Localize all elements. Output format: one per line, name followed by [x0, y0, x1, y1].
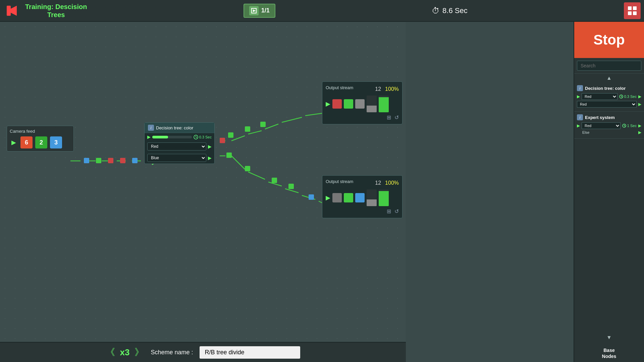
- svg-line-17: [265, 124, 278, 129]
- svg-rect-4: [628, 6, 632, 10]
- panel-item-2-row2: Else ▶: [577, 130, 641, 135]
- output-bottom-title: Output stream: [326, 179, 353, 184]
- panel-bottom: ▼: [574, 330, 644, 345]
- camera-feed-items: ▶ 6 2 3: [10, 136, 71, 148]
- output-bottom-green: [344, 193, 353, 202]
- output-bottom-bar-gray: [367, 189, 377, 206]
- camera-feed-node: Camera feed ▶ 6 2 3: [7, 126, 74, 152]
- panel-item-1-title: Decision tree: color: [585, 86, 626, 91]
- conn-node-red-1: [108, 158, 113, 163]
- camera-item-3: 3: [50, 136, 62, 148]
- output-bottom-refresh-icon[interactable]: ↺: [394, 208, 399, 215]
- svg-line-32: [621, 97, 622, 97]
- post-decision-green-1: [228, 132, 233, 138]
- header-right-icon[interactable]: [624, 2, 641, 19]
- camera-item-1: 6: [20, 136, 33, 148]
- panel-item-2-select[interactable]: Red Blue: [582, 122, 621, 129]
- panel-item-2-play[interactable]: ▶: [577, 123, 580, 128]
- conn-node-red-2: [120, 158, 125, 163]
- svg-line-19: [305, 113, 322, 116]
- decision-info-badge: i: [148, 125, 154, 131]
- output-top-percent: 100%: [385, 86, 399, 92]
- output-bottom-percent: 100%: [385, 180, 399, 186]
- output-top-row: ▶: [326, 96, 399, 112]
- decision-branch-2-select[interactable]: Blue Red Green: [147, 154, 206, 162]
- output-stream-top: Output stream 12 100% ▶ ⊞ ↺: [322, 81, 402, 124]
- back-button[interactable]: [3, 2, 20, 19]
- header-left: Training: Descision Trees: [3, 2, 87, 19]
- panel-item-2-row1: ▶ Red Blue 1 Sec ▶: [577, 122, 641, 129]
- branch-1-arrow: ▶: [208, 144, 212, 149]
- decision-branch-1-select[interactable]: Red Blue Green: [147, 142, 206, 150]
- post-decision-green-b3: [272, 178, 277, 183]
- panel-item-1-row1: ▶ Red Blue 0.3 Sec ▶: [577, 93, 641, 100]
- panel-item-decision-tree: i Decision tree: color ▶ Red Blue 0.3 Se…: [574, 82, 644, 112]
- canvas-area: Camera feed ▶ 6 2 3 ▶ i Decision tree: c…: [0, 22, 406, 342]
- output-bottom-play[interactable]: ▶: [326, 194, 330, 201]
- svg-rect-6: [628, 11, 632, 15]
- decision-tree-node: i Decision tree: color ▶ 0.3 Sec Red Blu…: [144, 122, 215, 164]
- camera-item-2: 2: [35, 136, 47, 148]
- bottom-bar: 《 x3 》 Scheme name :: [0, 342, 406, 362]
- panel-item-2-timing: 1 Sec: [622, 124, 637, 128]
- svg-line-29: [196, 137, 197, 138]
- panel-item-1-select2[interactable]: Red Blue: [577, 101, 637, 108]
- panel-item-1-badge: i: [577, 85, 583, 91]
- header-timer: ⏱ 8.6 Sec: [432, 6, 468, 15]
- camera-play-button[interactable]: ▶: [10, 138, 18, 146]
- svg-line-15: [231, 136, 245, 141]
- camera-feed-title: Camera feed: [10, 129, 71, 134]
- output-bottom-bar-green: [379, 189, 389, 206]
- panel-item-1-timing: 0.3 Sec: [619, 95, 637, 99]
- multiplier-right-arrow[interactable]: 》: [135, 346, 144, 359]
- post-decision-blue-b1: [309, 194, 314, 200]
- output-bottom-layers-icon[interactable]: ⊞: [387, 208, 391, 215]
- svg-rect-7: [633, 11, 637, 15]
- panel-item-1-select[interactable]: Red Blue: [582, 93, 618, 100]
- output-stream-bottom: Output stream 12 100% ▶ ⊞ ↺: [322, 175, 402, 218]
- panel-item-2-header: i Expert system: [577, 114, 641, 120]
- branch-2-arrow: ▶: [208, 155, 212, 161]
- panel-item-1-play[interactable]: ▶: [577, 94, 580, 99]
- svg-marker-3: [253, 9, 256, 12]
- post-decision-green-b2: [245, 166, 250, 171]
- svg-line-24: [285, 189, 299, 193]
- page-title: Training: Descision Trees: [25, 3, 87, 19]
- search-input[interactable]: [577, 61, 641, 71]
- multiplier-nav: 《 x3 》: [106, 346, 144, 359]
- stop-button[interactable]: Stop: [574, 22, 644, 58]
- search-area: [574, 58, 644, 74]
- output-bottom-blue: [355, 193, 365, 202]
- svg-line-35: [624, 126, 625, 126]
- output-top-gray: [355, 99, 365, 109]
- output-top-refresh-icon[interactable]: ↺: [394, 114, 399, 121]
- multiplier-value: x3: [120, 347, 130, 358]
- scroll-area: ▲: [574, 74, 644, 82]
- decision-header: i Decision tree: color: [145, 123, 214, 133]
- panel-item-2-else-label: Else: [577, 130, 589, 134]
- right-panel: Stop ▲ i Decision tree: color ▶ Red Blue…: [574, 22, 644, 362]
- scheme-name-input[interactable]: [200, 346, 300, 359]
- panel-item-1-arrow2: ▶: [638, 102, 641, 107]
- svg-rect-5: [633, 6, 637, 10]
- post-decision-green-b1: [226, 153, 232, 158]
- scroll-down-button[interactable]: ▼: [605, 333, 613, 342]
- decision-branch-2: Blue Red Green ▶: [145, 152, 214, 164]
- output-top-layers-icon[interactable]: ⊞: [387, 114, 391, 121]
- output-top-green: [344, 99, 353, 109]
- header: Training: Descision Trees 1/1 ⏱ 8.6 Sec: [0, 0, 644, 22]
- output-top-play[interactable]: ▶: [326, 100, 330, 108]
- post-decision-green-b4: [288, 184, 294, 189]
- timer-value: 8.6 Sec: [442, 6, 468, 15]
- output-top-icons: ⊞ ↺: [326, 114, 399, 121]
- post-decision-green-3: [260, 122, 266, 127]
- base-nodes-label: Base Nodes: [602, 347, 616, 359]
- output-bottom-count: 12: [375, 180, 381, 186]
- output-bottom-gray: [332, 193, 342, 202]
- scroll-up-button[interactable]: ▲: [605, 74, 613, 82]
- output-bottom-row: ▶: [326, 189, 399, 206]
- output-top-count: 12: [375, 86, 381, 92]
- post-decision-red: [220, 138, 225, 143]
- decision-title: Decision tree: color: [156, 125, 193, 130]
- multiplier-left-arrow[interactable]: 《: [106, 346, 115, 359]
